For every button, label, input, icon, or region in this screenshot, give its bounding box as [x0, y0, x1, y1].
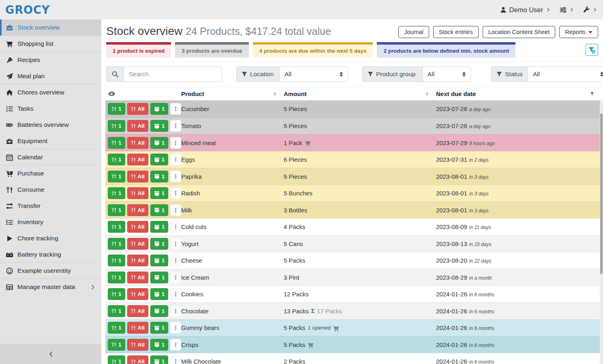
search-input[interactable]: [124, 66, 222, 82]
consume-all-button[interactable]: All: [127, 322, 148, 334]
status-banner[interactable]: 1 product is expired: [106, 42, 171, 58]
row-menu-button[interactable]: [170, 103, 181, 115]
consume-one-button[interactable]: 1: [108, 339, 125, 351]
row-menu-button[interactable]: [170, 255, 181, 266]
row-menu-button[interactable]: [170, 355, 181, 364]
row-menu-button[interactable]: [170, 154, 181, 165]
stock-entries-button[interactable]: Stock entries: [433, 26, 479, 38]
open-one-button[interactable]: 1: [150, 272, 169, 283]
open-one-button[interactable]: 1: [150, 171, 169, 182]
sidebar-item-purchase[interactable]: Purchase: [0, 165, 101, 182]
product-group-select[interactable]: All: [422, 66, 471, 82]
consume-all-button[interactable]: All: [127, 154, 148, 165]
row-menu-button[interactable]: [170, 272, 181, 283]
row-menu-button[interactable]: [170, 171, 181, 182]
open-one-button[interactable]: 1: [150, 204, 169, 216]
consume-one-button[interactable]: 1: [108, 137, 125, 149]
open-one-button[interactable]: 1: [150, 221, 169, 233]
consume-all-button[interactable]: All: [127, 238, 148, 250]
consume-one-button[interactable]: 1: [108, 204, 125, 216]
consume-one-button[interactable]: 1: [108, 272, 125, 283]
user-menu[interactable]: Demo User: [500, 6, 551, 14]
clear-filter-button[interactable]: [586, 44, 598, 56]
status-banner[interactable]: 2 products are below defined min. stock …: [377, 42, 515, 58]
consume-all-button[interactable]: All: [127, 305, 148, 317]
column-header-amount[interactable]: Amount: [284, 87, 436, 100]
app-logo[interactable]: GROCY: [5, 3, 50, 17]
row-menu-button[interactable]: [170, 137, 181, 149]
sidebar-item-shopping-list[interactable]: Shopping list: [0, 36, 101, 52]
consume-all-button[interactable]: All: [127, 137, 148, 149]
sidebar-collapse-button[interactable]: [0, 344, 101, 364]
sidebar-item-battery-tracking[interactable]: Battery tracking: [0, 246, 101, 263]
consume-one-button[interactable]: 1: [108, 171, 125, 182]
row-menu-button[interactable]: [170, 187, 181, 199]
open-one-button[interactable]: 1: [150, 120, 169, 132]
scrollbar-track[interactable]: [600, 101, 603, 364]
row-menu-button[interactable]: [170, 305, 181, 317]
column-header-product[interactable]: Product: [181, 87, 284, 100]
consume-one-button[interactable]: 1: [108, 305, 125, 317]
row-menu-button[interactable]: [170, 322, 181, 334]
sidebar-item-equipment[interactable]: Equipment: [0, 133, 101, 149]
reports-button[interactable]: Reports: [559, 26, 598, 38]
journal-button[interactable]: Journal: [398, 26, 429, 38]
status-banner[interactable]: 4 products are due within the next 5 day…: [253, 42, 373, 58]
consume-all-button[interactable]: All: [127, 288, 148, 300]
location-content-sheet-button[interactable]: Location Content Sheet: [483, 26, 556, 38]
open-one-button[interactable]: 1: [150, 305, 169, 317]
sidebar-item-tasks[interactable]: Tasks: [0, 101, 101, 117]
status-select[interactable]: All: [528, 66, 603, 82]
open-one-button[interactable]: 1: [150, 137, 169, 149]
consume-all-button[interactable]: All: [127, 255, 148, 266]
consume-all-button[interactable]: All: [127, 204, 148, 216]
sidebar-item-batteries-overview[interactable]: Batteries overview: [0, 117, 101, 133]
consume-one-button[interactable]: 1: [108, 322, 125, 334]
open-one-button[interactable]: 1: [150, 288, 169, 300]
consume-one-button[interactable]: 1: [108, 221, 125, 233]
open-one-button[interactable]: 1: [150, 187, 169, 199]
consume-all-button[interactable]: All: [127, 355, 148, 364]
open-one-button[interactable]: 1: [150, 154, 169, 165]
settings-menu[interactable]: [560, 6, 574, 13]
consume-all-button[interactable]: All: [127, 221, 148, 233]
consume-all-button[interactable]: All: [127, 103, 148, 115]
consume-one-button[interactable]: 1: [108, 120, 125, 132]
consume-all-button[interactable]: All: [127, 187, 148, 199]
open-one-button[interactable]: 1: [150, 255, 169, 266]
open-one-button[interactable]: 1: [150, 238, 169, 250]
column-visibility-header[interactable]: [105, 87, 181, 100]
sidebar-item-example-userentity[interactable]: Example userentity: [0, 263, 101, 279]
consume-one-button[interactable]: 1: [108, 154, 125, 165]
location-select[interactable]: All: [279, 66, 348, 82]
row-menu-button[interactable]: [170, 221, 181, 233]
sidebar-item-manage-master-data[interactable]: Manage master data: [0, 279, 101, 295]
consume-one-button[interactable]: 1: [108, 187, 125, 199]
open-one-button[interactable]: 1: [150, 322, 169, 334]
row-menu-button[interactable]: [170, 120, 181, 132]
sidebar-item-inventory[interactable]: Inventory: [0, 214, 101, 230]
sidebar-item-transfer[interactable]: Transfer: [0, 198, 101, 214]
sidebar-item-stock-overview[interactable]: Stock overview: [0, 19, 101, 36]
open-one-button[interactable]: 1: [150, 339, 169, 351]
consume-all-button[interactable]: All: [127, 120, 148, 132]
row-menu-button[interactable]: [170, 204, 181, 216]
sidebar-item-meal-plan[interactable]: Meal plan: [0, 68, 101, 84]
consume-one-button[interactable]: 1: [108, 355, 125, 364]
sidebar-item-chore-tracking[interactable]: Chore tracking: [0, 230, 101, 246]
consume-one-button[interactable]: 1: [108, 288, 125, 300]
status-banner[interactable]: 3 products are overdue: [175, 42, 248, 58]
sidebar-item-chores-overview[interactable]: Chores overview: [0, 84, 101, 101]
row-menu-button[interactable]: [170, 238, 181, 250]
consume-one-button[interactable]: 1: [108, 238, 125, 250]
consume-one-button[interactable]: 1: [108, 255, 125, 266]
consume-all-button[interactable]: All: [127, 171, 148, 182]
row-menu-button[interactable]: [170, 288, 181, 300]
sidebar-item-recipes[interactable]: Recipes: [0, 52, 101, 68]
column-header-next-due-date[interactable]: Next due date: [436, 87, 601, 100]
consume-all-button[interactable]: All: [127, 272, 148, 283]
open-one-button[interactable]: 1: [150, 355, 169, 364]
sidebar-item-consume[interactable]: Consume: [0, 182, 101, 198]
scrollbar-thumb[interactable]: [600, 113, 603, 274]
open-one-button[interactable]: 1: [150, 103, 169, 115]
